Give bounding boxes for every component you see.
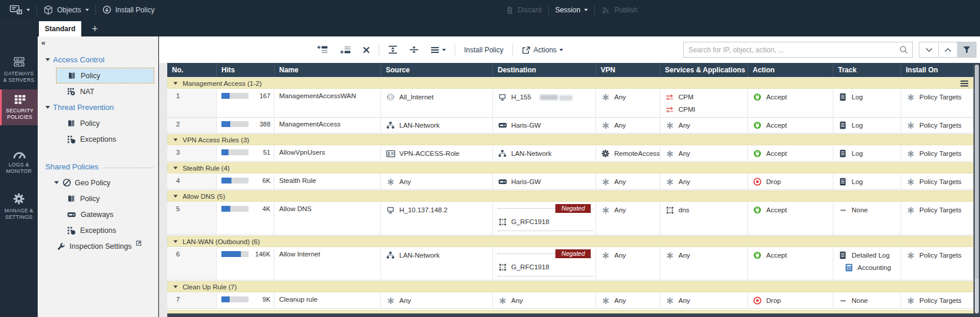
cell-number[interactable]: 3 [167,146,217,161]
object-ref[interactable]: Accept [753,92,829,102]
object-ref[interactable]: Policy Targets [906,121,969,130]
object-ref[interactable]: G_RFC1918 [498,262,592,272]
cell-services[interactable]: Any [660,174,748,189]
section-row[interactable]: Clean Up Rule (7) [167,281,974,293]
cell-install-on[interactable]: Policy Targets [901,174,974,189]
rule-row[interactable]: 79KCleanup ruleAnyAnyAnyAnyDropNonePolic… [167,293,974,309]
sidebar-item-logs-monitor[interactable]: LOGS & MONITOR [0,145,38,179]
cell-destination[interactable]: H_155 [493,89,596,117]
cell-action[interactable]: Accept [748,202,833,235]
cell-hits[interactable]: 388 [217,118,274,133]
object-ref[interactable]: Any [386,177,489,186]
cell-source[interactable]: VPN-ACCESS-Role [381,146,493,161]
tree-item-threat-exceptions[interactable]: Exceptions [38,131,158,147]
column-header-install-on[interactable]: Install On [901,63,974,77]
delete-rule-button[interactable] [358,42,375,58]
tab-standard[interactable]: Standard [39,21,81,36]
cell-source[interactable]: H_10.137.148.2 [381,202,493,235]
find-next-button[interactable] [919,42,938,57]
object-ref[interactable]: LAN-Network [498,149,592,158]
object-ref[interactable]: Log [838,149,897,158]
section-row[interactable]: LAN-WAN (Outbound) (6) [167,235,974,248]
expand-sections-button[interactable] [383,42,402,58]
object-ref[interactable]: Log [838,121,897,130]
object-ref[interactable]: Drop [753,296,829,305]
cell-number[interactable]: 2 [167,118,217,133]
object-ref[interactable]: None [838,296,897,305]
object-ref[interactable]: LAN-Network [386,251,489,260]
cell-name[interactable]: AllowVpnUsers [274,146,381,161]
rule-row[interactable]: 46KStealth RuleAnyHaris-GWAnyAnyDropLogP… [167,174,974,190]
object-ref[interactable]: Accounting [844,263,897,272]
install-policy-menu-button[interactable]: Install Policy [96,0,161,19]
object-ref[interactable]: Log [838,177,897,186]
object-ref[interactable]: Policy Targets [906,205,969,215]
tree-item-threat-policy[interactable]: Policy [38,115,158,131]
cell-name[interactable]: Cleanup rule [274,293,381,308]
object-ref[interactable]: Policy Targets [906,149,969,158]
column-header-name[interactable]: Name [274,63,381,77]
object-ref[interactable]: CPM [665,92,744,102]
app-menu-button[interactable] [0,0,37,19]
cell-name[interactable]: Stealth Rule [274,174,381,189]
rule-row[interactable]: 351AllowVpnUsersVPN-ACCESS-RoleLAN-Netwo… [167,146,974,162]
cell-action[interactable]: Accept [748,118,833,133]
cell-name[interactable]: ManagementAccess [274,118,381,133]
object-ref[interactable]: Any [498,296,592,305]
tree-section-shared-policies[interactable]: Shared Policies [38,159,158,175]
section-menu-icon[interactable] [960,80,969,87]
object-ref[interactable]: CPMI [665,105,744,114]
cell-vpn[interactable]: Any [596,118,660,133]
column-header-destination[interactable]: Destination [493,63,596,77]
cell-name[interactable]: ManagementAccessWAN [274,89,381,117]
vertical-scrollbar[interactable] [975,65,979,313]
cell-track[interactable]: Log [833,89,901,117]
object-ref[interactable]: Drop [753,177,829,186]
cell-destination[interactable]: NegatedG_RFC1918 [493,248,596,280]
cell-services[interactable]: Any [660,118,748,133]
rule-row[interactable]: 1167ManagementAccessWANAll_InternetH_155… [167,89,974,118]
cell-track[interactable]: Log [833,174,901,189]
object-ref[interactable]: Policy Targets [906,296,969,305]
cell-destination[interactable]: LAN-Network [493,146,596,161]
object-ref[interactable]: Haris-GW [498,121,592,130]
section-row[interactable]: Management Access (1-2) [167,77,974,89]
cell-track[interactable]: None [833,293,901,308]
object-ref[interactable]: Detailed Log [838,251,897,260]
filter-toggle-button[interactable] [957,42,976,57]
cell-action[interactable]: Drop [748,174,833,189]
object-ref[interactable]: Policy Targets [906,251,969,260]
sidebar-item-manage-settings[interactable]: MANAGE & SETTINGS [0,188,38,225]
cell-install-on[interactable]: Policy Targets [901,293,974,308]
tree-section-access-control[interactable]: Access Control [38,52,158,68]
column-header-no[interactable]: No. [167,63,217,77]
cell-install-on[interactable]: Policy Targets [901,202,974,235]
object-ref[interactable]: Any [601,92,656,102]
cell-hits[interactable]: 51 [217,146,274,161]
find-previous-button[interactable] [938,42,957,57]
cell-hits[interactable]: 6K [217,174,274,189]
object-ref[interactable]: H_155 [498,92,592,102]
cell-services[interactable]: Any [660,293,748,308]
object-ref[interactable]: Haris-GW [498,177,592,186]
tree-item-geo-exceptions[interactable]: Exceptions [38,222,158,238]
sidebar-item-security-policies[interactable]: SECURITY POLICIES [0,89,38,125]
cell-hits[interactable]: 167 [217,89,274,117]
column-header-track[interactable]: Track [833,63,901,77]
cell-install-on[interactable]: Policy Targets [901,89,974,117]
scrollbar-thumb[interactable] [975,65,979,279]
cell-source[interactable]: LAN-Network [381,248,493,280]
cell-destination[interactable]: Haris-GW [493,118,596,133]
cell-name[interactable]: Allow DNS [274,202,381,235]
object-ref[interactable]: LAN-Network [386,121,489,130]
tree-section-threat-prevention[interactable]: Threat Prevention [38,99,158,115]
collapse-sections-button[interactable] [405,42,423,58]
search-icon[interactable] [895,45,912,54]
object-ref[interactable]: RemoteAccess [601,149,656,158]
column-header-action[interactable]: Action [748,63,833,77]
cell-vpn[interactable]: Any [596,293,660,308]
tree-item-geo-policy[interactable]: Policy [38,191,158,206]
object-ref[interactable]: Accept [753,149,829,158]
section-row[interactable]: VPN Access Rules (3) [167,134,974,146]
actions-dropdown-button[interactable]: Actions [517,42,568,58]
